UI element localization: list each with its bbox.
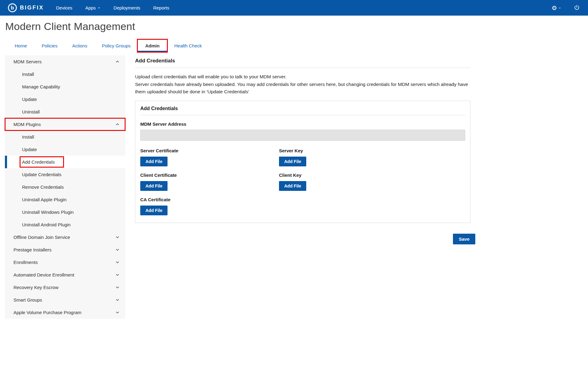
server-key-label: Server Key [279,148,465,153]
client-certificate-field: Client Certificate Add File [140,173,279,191]
sidebar-section-label: Offline Domain Join Service [13,235,70,240]
tab-home[interactable]: Home [7,40,34,52]
power-icon [574,5,580,11]
ca-certificate-label: CA Certificate [140,197,279,202]
sidebar-section-label: Automated Device Enrollment [13,272,74,277]
nav-apps[interactable]: Apps [85,5,100,10]
sidebar-item-mdm-plugins-update[interactable]: Update [5,143,125,156]
sidebar-item-add-credentials[interactable]: Add Credentials [5,156,125,168]
settings-menu[interactable]: ⚙ [552,5,561,11]
tab-policies[interactable]: Policies [34,40,65,52]
sidebar-item-label: Remove Credentials [22,184,64,190]
chevron-down-icon [115,310,120,315]
chevron-down-icon [115,260,120,265]
sidebar-section-apple-vpp[interactable]: Apple Volume Purchase Program [5,306,125,319]
sidebar-item-mdm-servers-uninstall[interactable]: Uninstall [5,106,125,118]
save-button[interactable]: Save [453,234,475,244]
nav-reports-label: Reports [153,5,169,10]
chevron-down-icon [115,235,120,240]
description-line-1: Upload client credentials that will enab… [135,73,470,81]
sidebar-item-label: Update [22,97,37,102]
tab-health-check[interactable]: Health Check [167,40,209,52]
nav-apps-label: Apps [85,5,96,10]
chevron-down-icon [115,272,120,277]
top-navigation-bar: b BIGFIX Devices Apps Deployments Report… [0,0,588,16]
nav-deployments[interactable]: Deployments [114,5,141,10]
sidebar-section-prestage-installers[interactable]: Prestage Installers [5,243,125,256]
sidebar-item-uninstall-android-plugin[interactable]: Uninstall Android Plugin [5,218,125,231]
main-content: Add Credentials Upload client credential… [135,55,470,244]
sidebar-item-uninstall-windows-plugin[interactable]: Uninstall Windows Plugin [5,206,125,218]
sidebar-item-mdm-servers-install[interactable]: Install [5,68,125,80]
chevron-down-icon [558,6,561,9]
chevron-down-icon [115,247,120,252]
nav-devices[interactable]: Devices [56,5,72,10]
sidebar-item-uninstall-apple-plugin[interactable]: Uninstall Apple Plugin [5,193,125,206]
client-key-add-file-button[interactable]: Add File [279,181,306,191]
server-certificate-field: Server Certificate Add File [140,148,279,166]
tab-admin[interactable]: Admin [138,40,167,52]
sidebar-item-label: Uninstall [22,109,40,114]
selected-indicator [5,156,7,168]
sidebar-item-mdm-servers-update[interactable]: Update [5,93,125,106]
sidebar-section-label: MDM Servers [13,59,42,64]
sidebar-section-recovery-key-escrow[interactable]: Recovery Key Escrow [5,281,125,294]
tab-policy-groups[interactable]: Policy Groups [95,40,138,52]
brand-text: BIGFIX [20,5,44,11]
content-layout: MDM Servers Install Manage Capability Up… [0,55,588,319]
nav-deployments-label: Deployments [114,5,141,10]
chevron-down-icon [115,297,120,302]
sidebar-item-remove-credentials[interactable]: Remove Credentials [5,181,125,193]
sidebar-section-automated-device-enrollment[interactable]: Automated Device Enrollment [5,269,125,281]
ca-certificate-field: CA Certificate Add File [140,197,279,215]
nav-devices-label: Devices [56,5,72,10]
server-certificate-add-file-button[interactable]: Add File [140,157,168,166]
chevron-down-icon [115,285,120,290]
sidebar-section-label: Smart Groups [13,297,42,302]
logout-button[interactable] [574,5,580,11]
sidebar-item-update-credentials[interactable]: Update Credentials [5,168,125,181]
main-heading: Add Credentials [135,58,470,68]
server-key-add-file-button[interactable]: Add File [279,157,306,166]
description-line-2: Server credentials have already been upl… [135,81,470,96]
client-certificate-add-file-button[interactable]: Add File [140,181,168,191]
card-heading: Add Credentials [140,106,465,115]
sidebar-item-label: Update [22,147,37,152]
sidebar-section-label: Apple Volume Purchase Program [13,310,81,315]
sidebar-item-label: Uninstall Apple Plugin [22,197,66,202]
chevron-up-icon [115,59,120,64]
client-certificate-label: Client Certificate [140,173,279,178]
server-certificate-label: Server Certificate [140,148,279,153]
mdm-server-address-input[interactable] [140,130,465,141]
page-title: Modern Client Management [5,20,588,32]
sidebar-section-offline-domain-join[interactable]: Offline Domain Join Service [5,231,125,243]
server-key-field: Server Key Add File [279,148,465,166]
gear-icon: ⚙ [552,5,557,11]
chevron-down-icon [97,6,101,9]
sidebar-section-label: Recovery Key Escrow [13,285,58,290]
sidebar-item-label: Manage Capability [22,84,60,89]
sidebar-item-label: Install [22,134,34,139]
nav-reports[interactable]: Reports [153,5,169,10]
bigfix-brand[interactable]: b BIGFIX [8,3,44,12]
topbar-right: ⚙ [552,5,580,11]
top-nav: Devices Apps Deployments Reports [56,5,169,10]
sidebar-item-mdm-plugins-install[interactable]: Install [5,131,125,143]
sidebar-section-smart-groups[interactable]: Smart Groups [5,294,125,306]
ca-certificate-add-file-button[interactable]: Add File [140,206,168,215]
client-key-field: Client Key Add File [279,173,465,191]
sidebar-section-label: Enrollments [13,260,38,265]
sidebar-section-enrollments[interactable]: Enrollments [5,256,125,269]
sidebar-section-label: Prestage Installers [13,247,51,252]
sidebar-item-label: Update Credentials [22,172,61,177]
sidebar-item-label: Add Credentials [20,156,64,168]
sidebar-item-manage-capability[interactable]: Manage Capability [5,80,125,93]
sidebar-section-mdm-plugins[interactable]: MDM Plugins [5,118,125,131]
tab-bar: Home Policies Actions Policy Groups Admi… [0,40,588,52]
tab-actions[interactable]: Actions [65,40,95,52]
mdm-server-address-label: MDM Server Address [140,121,465,127]
sidebar-item-label: Install [22,72,34,77]
client-key-label: Client Key [279,173,465,178]
sidebar-section-mdm-servers[interactable]: MDM Servers [5,55,125,68]
admin-sidebar: MDM Servers Install Manage Capability Up… [5,55,125,319]
